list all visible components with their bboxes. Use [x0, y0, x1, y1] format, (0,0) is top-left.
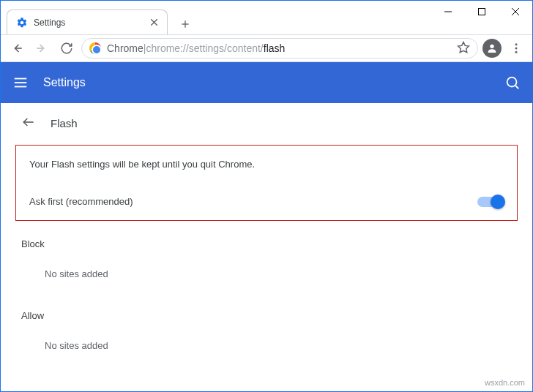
tab-close-button[interactable]	[148, 17, 160, 29]
settings-card: Flash Your Flash settings will be kept u…	[15, 103, 518, 364]
window-titlebar	[1, 1, 532, 8]
allow-empty-text: No sites added	[15, 327, 518, 364]
svg-line-19	[515, 86, 518, 88]
settings-header: Settings	[1, 62, 532, 103]
watermark: wsxdn.com	[485, 378, 525, 387]
ask-first-toggle[interactable]	[477, 197, 504, 207]
back-arrow-icon[interactable]	[21, 115, 36, 132]
page-subheader: Flash	[15, 103, 518, 145]
window-close-button[interactable]	[499, 1, 532, 23]
ask-first-label: Ask first (recommended)	[29, 196, 477, 207]
browser-menu-button[interactable]	[506, 38, 526, 59]
address-bar[interactable]: Chrome | chrome:// settings/content/ fla…	[81, 38, 478, 59]
window-minimize-button[interactable]	[431, 1, 465, 23]
svg-point-11	[490, 45, 493, 48]
chrome-icon	[89, 42, 101, 54]
block-empty-text: No sites added	[15, 255, 518, 293]
block-heading: Block	[15, 221, 518, 255]
browser-toolbar: Chrome | chrome:// settings/content/ fla…	[1, 34, 532, 62]
page-title: Flash	[51, 117, 78, 129]
gear-icon	[16, 17, 28, 29]
settings-title: Settings	[43, 76, 490, 89]
ask-first-row: Ask first (recommended)	[16, 183, 517, 220]
svg-rect-1	[479, 9, 485, 15]
svg-point-14	[515, 51, 518, 53]
url-text: Chrome | chrome:// settings/content/ fla…	[107, 42, 285, 54]
allow-heading: Allow	[15, 293, 518, 327]
svg-point-13	[515, 48, 518, 50]
window-maximize-button[interactable]	[465, 1, 499, 23]
browser-tab[interactable]: Settings	[7, 10, 168, 34]
highlight-box: Your Flash settings will be kept until y…	[15, 145, 518, 221]
reload-button[interactable]	[56, 38, 77, 59]
svg-marker-10	[458, 42, 469, 52]
new-tab-button[interactable]	[175, 14, 195, 34]
flash-notice-text: Your Flash settings will be kept until y…	[29, 159, 504, 170]
svg-point-12	[515, 43, 518, 45]
back-button[interactable]	[7, 38, 27, 59]
forward-button[interactable]	[31, 38, 52, 59]
flash-notice-row: Your Flash settings will be kept until y…	[16, 146, 517, 183]
svg-point-18	[507, 78, 517, 87]
search-icon[interactable]	[504, 75, 521, 91]
menu-icon[interactable]	[12, 75, 29, 91]
window-controls	[431, 1, 532, 23]
profile-avatar[interactable]	[482, 39, 502, 58]
tab-title: Settings	[34, 18, 142, 28]
settings-content: Flash Your Flash settings will be kept u…	[1, 103, 532, 392]
bookmark-star-icon[interactable]	[457, 41, 470, 56]
